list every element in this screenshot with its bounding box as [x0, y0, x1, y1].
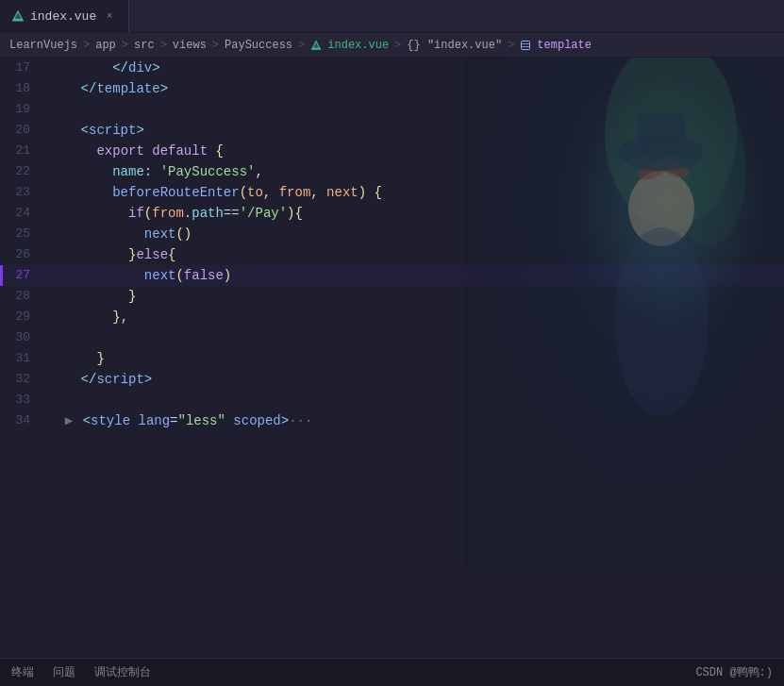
- line-content-19: [45, 99, 784, 120]
- line-number-34: 34: [0, 410, 45, 431]
- template-breadcrumb-icon: [520, 40, 531, 51]
- debug-console-tab[interactable]: 调试控制台: [94, 664, 151, 680]
- terminal-tab[interactable]: 终端: [11, 664, 34, 680]
- line-content-25: next(): [45, 224, 784, 244]
- line-number-30: 30: [0, 327, 45, 348]
- line-content-23: beforeRouteEnter(to, from, next) {: [45, 182, 784, 203]
- line-number-24: 24: [0, 203, 45, 224]
- breadcrumb-src[interactable]: src: [134, 39, 155, 52]
- line-number-18: 18: [0, 78, 45, 99]
- status-bar: 终端 问题 调试控制台 CSDN @鸭鸭:): [0, 658, 784, 686]
- line-content-30: [45, 327, 784, 348]
- code-line-21: 21 export default {: [0, 141, 784, 161]
- code-line-28: 28 }: [0, 286, 784, 307]
- code-line-29: 29 },: [0, 307, 784, 327]
- editor-area: 17 </div> 18 </template> 19 20 <script> …: [0, 58, 784, 658]
- line-content-22: name: 'PaySuccess',: [45, 161, 784, 182]
- line-content-31: }: [45, 348, 784, 369]
- code-line-26: 26 }else{: [0, 244, 784, 265]
- breadcrumb-sep-6: >: [394, 39, 401, 52]
- line-content-33: [45, 390, 784, 410]
- line-number-29: 29: [0, 307, 45, 327]
- line-number-28: 28: [0, 286, 45, 307]
- tab-item-index-vue[interactable]: index.vue ×: [0, 0, 129, 33]
- breadcrumb-sep-1: >: [83, 39, 90, 52]
- code-line-22: 22 name: 'PaySuccess',: [0, 161, 784, 182]
- line-number-22: 22: [0, 161, 45, 182]
- code-line-19: 19: [0, 99, 784, 120]
- breadcrumb-sep-2: >: [122, 39, 128, 52]
- tab-filename: index.vue: [30, 9, 96, 24]
- line-number-27: 27: [0, 265, 45, 286]
- line-number-21: 21: [0, 141, 45, 161]
- csdn-label: CSDN @鸭鸭:): [695, 666, 773, 679]
- line-content-24: if(from.path=='/Pay'){: [45, 203, 784, 224]
- status-bar-left: 终端 问题 调试控制台: [11, 664, 151, 680]
- active-line-indicator: [0, 265, 3, 286]
- line-number-20: 20: [0, 120, 45, 141]
- code-line-27: 27 next(false): [0, 265, 784, 286]
- breadcrumb-sep-5: >: [298, 39, 305, 52]
- code-line-24: 24 if(from.path=='/Pay'){: [0, 203, 784, 224]
- code-line-17: 17 </div>: [0, 58, 784, 78]
- breadcrumb-learnvuejs[interactable]: LearnVuejs: [9, 39, 77, 52]
- line-number-26: 26: [0, 244, 45, 265]
- breadcrumb-sep-4: >: [212, 39, 219, 52]
- tab-close-button[interactable]: ×: [102, 8, 117, 24]
- line-content-28: }: [45, 286, 784, 307]
- code-line-30: 30: [0, 327, 784, 348]
- status-bar-right: CSDN @鸭鸭:): [695, 664, 773, 680]
- line-number-19: 19: [0, 99, 45, 120]
- code-line-20: 20 <script>: [0, 120, 784, 141]
- svg-rect-4: [522, 41, 530, 49]
- line-number-23: 23: [0, 182, 45, 203]
- line-number-17: 17: [0, 58, 45, 78]
- line-content-18: </template>: [45, 78, 784, 99]
- code-container[interactable]: 17 </div> 18 </template> 19 20 <script> …: [0, 58, 784, 658]
- breadcrumb-app[interactable]: app: [95, 39, 116, 52]
- code-line-33: 33: [0, 390, 784, 410]
- tab-bar: index.vue ×: [0, 0, 784, 33]
- line-content-26: }else{: [45, 244, 784, 265]
- code-line-18: 18 </template>: [0, 78, 784, 99]
- breadcrumb-views[interactable]: views: [173, 39, 207, 52]
- breadcrumb: LearnVuejs > app > src > views > PaySucc…: [0, 33, 784, 58]
- line-content-17: </div>: [45, 58, 784, 78]
- line-content-27: next(false): [45, 265, 784, 286]
- breadcrumb-obj: {} "index.vue": [407, 39, 502, 52]
- vue-logo-icon: [11, 9, 25, 23]
- breadcrumb-indexvue[interactable]: index.vue: [327, 39, 389, 52]
- breadcrumb-sep-7: >: [508, 39, 514, 52]
- breadcrumb-template: template: [537, 39, 592, 52]
- line-number-32: 32: [0, 369, 45, 390]
- line-number-31: 31: [0, 348, 45, 369]
- line-number-25: 25: [0, 224, 45, 244]
- line-number-33: 33: [0, 390, 45, 410]
- line-content-29: },: [45, 307, 784, 327]
- line-content-34: ▶ <style lang="less" scoped>···: [45, 410, 784, 431]
- breadcrumb-sep-3: >: [160, 39, 167, 52]
- line-content-32: </script>: [45, 369, 784, 390]
- code-line-32: 32 </script>: [0, 369, 784, 390]
- problems-tab[interactable]: 问题: [53, 664, 75, 680]
- line-content-20: <script>: [45, 120, 784, 141]
- breadcrumb-paysuccess[interactable]: PaySuccess: [225, 39, 292, 52]
- code-line-23: 23 beforeRouteEnter(to, from, next) {: [0, 182, 784, 203]
- line-content-21: export default {: [45, 141, 784, 161]
- code-line-31: 31 }: [0, 348, 784, 369]
- code-line-34: 34 ▶ <style lang="less" scoped>···: [0, 410, 784, 431]
- code-line-25: 25 next(): [0, 224, 784, 244]
- vue-breadcrumb-icon: [310, 40, 322, 51]
